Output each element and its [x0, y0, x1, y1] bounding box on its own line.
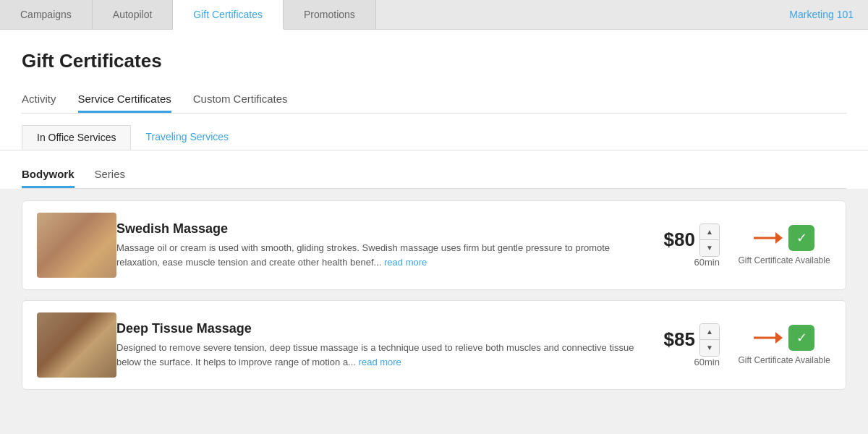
service-desc-deep-tissue: Designed to remove severe tension, deep … [116, 341, 644, 369]
arrow-icon-swedish [754, 231, 783, 245]
service-image-deep-tissue [37, 312, 116, 378]
stepper-down-swedish[interactable]: ▼ [700, 240, 719, 256]
top-navigation: Campaigns Autopilot Gift Certificates Pr… [0, 0, 868, 30]
stepper-down-deep-tissue[interactable]: ▼ [700, 340, 719, 356]
cert-label-swedish: Gift Certificate Available [738, 255, 830, 265]
tab-custom-certificates[interactable]: Custom Certificates [193, 87, 288, 113]
cert-section-swedish: ✓ Gift Certificate Available [737, 225, 831, 265]
service-desc-swedish: Massage oil or cream is used with smooth… [116, 241, 644, 269]
tab-traveling-services[interactable]: Traveling Services [131, 125, 243, 150]
duration-stepper-swedish[interactable]: ▲ ▼ [699, 224, 720, 257]
page-title: Gift Certificates [22, 50, 846, 72]
inner-tabs: Activity Service Certificates Custom Cer… [22, 87, 846, 114]
tab-service-certificates[interactable]: Service Certificates [78, 87, 171, 113]
tab-in-office-services[interactable]: In Office Services [22, 125, 131, 150]
page-content: Gift Certificates Activity Service Certi… [0, 30, 868, 114]
price-section-swedish: $80 ▲ ▼ 60min [662, 224, 720, 268]
tab-bodywork[interactable]: Bodywork [22, 162, 75, 188]
tab-autopilot[interactable]: Autopilot [93, 0, 173, 29]
tab-promotions[interactable]: Promotions [284, 0, 376, 29]
service-tabs: In Office Services Traveling Services [22, 125, 846, 150]
marketing-101-link[interactable]: Marketing 101 [789, 0, 868, 29]
service-type-section: In Office Services Traveling Services [0, 114, 868, 150]
gift-cert-toggle-swedish[interactable]: ✓ [788, 225, 814, 251]
duration-swedish: 60min [694, 257, 720, 268]
gift-cert-toggle-deep-tissue[interactable]: ✓ [788, 325, 814, 351]
tab-campaigns[interactable]: Campaigns [0, 0, 93, 29]
card-body-swedish: Swedish Massage Massage oil or cream is … [116, 221, 644, 269]
card-body-deep-tissue: Deep Tissue Massage Designed to remove s… [116, 321, 644, 369]
service-title-swedish: Swedish Massage [116, 221, 644, 237]
service-image-swedish [37, 213, 116, 278]
tab-activity[interactable]: Activity [22, 87, 56, 113]
read-more-swedish[interactable]: read more [384, 257, 427, 268]
tab-gift-certificates[interactable]: Gift Certificates [173, 0, 284, 30]
service-card-deep-tissue: Deep Tissue Massage Designed to remove s… [22, 300, 846, 390]
price-swedish: $80 [664, 229, 695, 251]
price-deep-tissue: $85 [664, 328, 695, 351]
duration-deep-tissue: 60min [694, 357, 720, 367]
tab-series[interactable]: Series [95, 162, 126, 188]
service-title-deep-tissue: Deep Tissue Massage [116, 321, 644, 336]
bodywork-section: Bodywork Series [0, 150, 868, 189]
read-more-deep-tissue[interactable]: read more [359, 357, 401, 367]
cert-section-deep-tissue: ✓ Gift Certificate Available [737, 325, 831, 365]
price-section-deep-tissue: $85 ▲ ▼ 60min [662, 323, 720, 367]
bodywork-tabs: Bodywork Series [22, 162, 846, 189]
stepper-up-deep-tissue[interactable]: ▲ [700, 324, 719, 340]
duration-stepper-deep-tissue[interactable]: ▲ ▼ [699, 323, 720, 357]
service-cards-section: Swedish Massage Massage oil or cream is … [0, 189, 868, 412]
cert-label-deep-tissue: Gift Certificate Available [738, 355, 830, 365]
stepper-up-swedish[interactable]: ▲ [700, 224, 719, 240]
arrow-icon-deep-tissue [754, 331, 783, 345]
service-card-swedish: Swedish Massage Massage oil or cream is … [22, 200, 846, 290]
